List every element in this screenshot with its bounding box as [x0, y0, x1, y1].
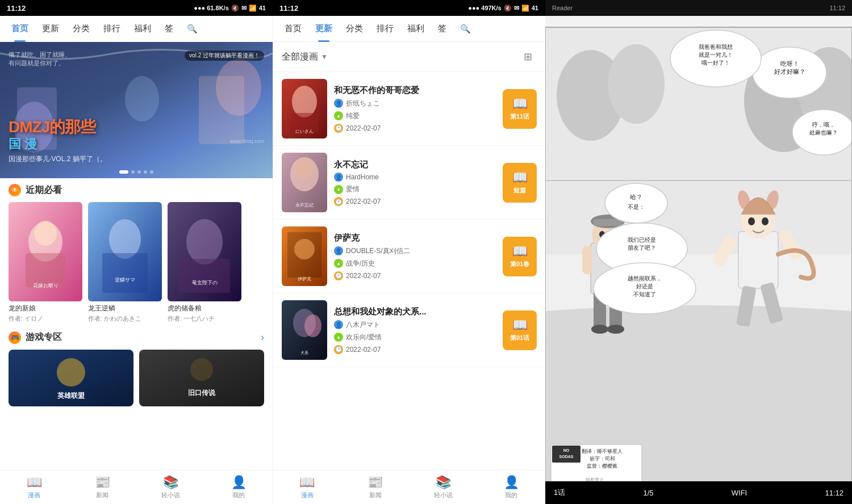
left-tab-category[interactable]: 分类	[66, 16, 97, 42]
author-icon-2: 👤	[334, 173, 343, 182]
manga-card-3-author: 作者: 一七八ハチ	[168, 314, 241, 323]
svg-point-35	[294, 239, 315, 259]
middle-nav-news[interactable]: 📰 新闻	[341, 475, 410, 499]
filter-bar: 全部漫画 ▼ ⊞	[273, 42, 545, 72]
svg-rect-60	[738, 232, 778, 288]
svg-point-64	[748, 217, 755, 225]
banner-watermark: www.dmzj.com	[230, 138, 264, 144]
manga-list-item-3[interactable]: 伊萨克 伊萨克 👤 DOUBLE-S/真刈信二 ♦ 战争/历史 🕐 2022-0…	[273, 220, 545, 293]
manga-meta-genre-1: ♦ 纯爱	[334, 111, 496, 121]
manga-info-2: 永不忘记 👤 HardHome ♦ 爱情 🕐 2022-02-07	[334, 159, 496, 207]
manga-card-1-title: 龙的新娘	[9, 304, 82, 313]
banner[interactable]: DMZJ的那些 国 漫 饿了就吃、困了就睡、 有问题就是你对了。 vol.2 过…	[0, 42, 273, 178]
left-nav-manga-icon: 📖	[27, 475, 42, 490]
svg-text:嵌字：司和: 嵌字：司和	[590, 456, 615, 461]
manga-info-1: 和无恶不作的哥哥恋爱 👤 折纸ちょこ ♦ 纯爱 🕐 2022-02-07	[334, 85, 496, 133]
manga-list-item-1[interactable]: にいさん 和无恶不作的哥哥恋爱 👤 折纸ちょこ ♦ 纯爱 🕐 2022-02-0…	[273, 72, 545, 146]
manga-info-3: 伊萨克 👤 DOUBLE-S/真刈信二 ♦ 战争/历史 🕐 2022-02-07	[334, 232, 496, 280]
manga-author-1: 折纸ちょこ	[346, 99, 380, 108]
game-card-dark[interactable]: 旧口传说	[139, 350, 264, 406]
svg-text:处麻也嘛？: 处麻也嘛？	[809, 129, 838, 136]
manga-card-2-author: 作者: かわのあきこ	[88, 314, 162, 323]
manga-list-item-2[interactable]: 永不忘记 永不忘记 👤 HardHome ♦ 爱情 🕐 2022-02-07	[273, 146, 545, 220]
manga-card-3[interactable]: 竜玄陛下の 虎的储备粮 作者: 一七八ハチ	[168, 202, 241, 323]
svg-rect-17	[179, 259, 230, 293]
time-middle: 11:12	[279, 4, 298, 12]
left-panel: 首页 更新 分类 排行 福利 签 🔍	[0, 16, 273, 504]
banner-dot-2	[131, 170, 135, 174]
reader-content[interactable]: 吃呀！ 好才好嘛？ 我爸爸和我想 就是一对儿！ 哦一好了！ 哼，哦， 处麻也嘛？…	[545, 16, 852, 504]
svg-text:监督：樱樱酱: 监督：樱樱酱	[587, 463, 617, 469]
svg-text:越然闹联系，: 越然闹联系，	[628, 275, 662, 282]
manga-card-1-img: 花嫁お断り	[9, 202, 82, 301]
left-tab-welfare[interactable]: 福利	[127, 16, 158, 42]
middle-tab-welfare[interactable]: 福利	[400, 16, 431, 42]
manga-card-2[interactable]: 逆鱗サマ 龙王逆鳞 作者: かわのあきこ	[88, 202, 162, 323]
middle-tab-search[interactable]: 🔍	[453, 16, 478, 42]
middle-nav-mine[interactable]: 👤 我的	[477, 475, 545, 499]
left-tab-update[interactable]: 更新	[35, 16, 66, 42]
badge-text-3: 第01卷	[510, 260, 529, 268]
left-nav-tabs: 首页 更新 分类 排行 福利 签 🔍	[0, 16, 273, 42]
manga-card-3-title: 虎的储备粮	[168, 304, 241, 313]
middle-tab-sign[interactable]: 签	[431, 16, 453, 42]
svg-text:英雄联盟: 英雄联盟	[57, 392, 85, 400]
manga-genre-3: 战争/历史	[346, 259, 375, 268]
middle-tab-category[interactable]: 分类	[339, 16, 370, 42]
reader-bottom-bar: 1话 1/5 WIFI 11:12	[545, 481, 852, 504]
svg-text:竜玄陛下の: 竜玄陛下の	[192, 280, 218, 285]
manga-badge-1: 📖 第11话	[503, 89, 537, 129]
filter-dropdown[interactable]: 全部漫画 ▼	[282, 51, 328, 63]
manga-meta-author-1: 👤 折纸ちょこ	[334, 99, 496, 108]
manga-cover-3: 竜玄陛下の	[168, 202, 241, 301]
status-icons-middle: ●●● 497K/s 🔇 ✉ 📶 41	[468, 5, 538, 12]
svg-rect-13	[102, 253, 148, 293]
recent-section-header: 👁 近期必看	[0, 178, 273, 202]
status-bar-middle: 11:12 ●●● 497K/s 🔇 ✉ 📶 41	[273, 0, 545, 16]
svg-text:翻译：睡不够星人: 翻译：睡不够星人	[582, 448, 623, 454]
manga-thumb-svg-1: にいさん	[282, 79, 327, 138]
svg-point-12	[109, 219, 141, 259]
svg-text:哼，哦，: 哼，哦，	[812, 121, 835, 128]
manga-badge-3: 📖 第01卷	[503, 237, 537, 276]
manga-card-3-img: 竜玄陛下の	[168, 202, 241, 301]
banner-dot-3	[137, 170, 141, 174]
manga-card-1[interactable]: 花嫁お断り 龙的新娘 作者: イロノ	[9, 202, 82, 323]
svg-text:不知道了: 不知道了	[633, 291, 656, 297]
game-card-lol[interactable]: 英雄联盟	[9, 350, 133, 406]
svg-text:哈？: 哈？	[630, 194, 642, 200]
svg-point-59	[607, 325, 624, 334]
left-tab-sign[interactable]: 签	[158, 16, 180, 42]
svg-text:我们已经是: 我们已经是	[628, 237, 656, 243]
left-tab-home[interactable]: 首页	[5, 16, 35, 42]
svg-text:にいさん: にいさん	[295, 129, 314, 134]
left-nav-news[interactable]: 📰 新闻	[68, 475, 136, 499]
svg-text:逆鱗サマ: 逆鱗サマ	[115, 277, 135, 283]
filter-grid-icon[interactable]: ⊞	[519, 48, 537, 66]
left-tab-search[interactable]: 🔍	[180, 16, 204, 42]
manga-cover-1: 花嫁お断り	[9, 202, 82, 301]
svg-rect-4	[199, 76, 244, 144]
svg-text:好还是: 好还是	[636, 283, 653, 289]
manga-thumb-svg-3: 伊萨克	[282, 226, 327, 286]
recent-icon: 👁	[9, 184, 21, 196]
svg-text:好才好嘛？: 好才好嘛？	[774, 68, 805, 75]
genre-icon-1: ♦	[334, 111, 343, 120]
manga-genre-4: 欢乐向/爱情	[346, 333, 382, 342]
middle-nav-novel[interactable]: 📚 轻小说	[410, 475, 478, 499]
left-nav-novel[interactable]: 📚 轻小说	[136, 475, 204, 499]
left-tab-rank[interactable]: 排行	[97, 16, 127, 42]
middle-tab-update[interactable]: 更新	[308, 16, 339, 42]
middle-tab-rank[interactable]: 排行	[370, 16, 400, 42]
left-nav-mine-icon: 👤	[231, 475, 247, 490]
svg-text:SODAS: SODAS	[559, 455, 574, 459]
game-more-icon[interactable]: ›	[261, 331, 264, 343]
left-nav-mine[interactable]: 👤 我的	[204, 475, 273, 499]
middle-nav-manga[interactable]: 📖 漫画	[273, 475, 341, 499]
middle-tab-home[interactable]: 首页	[278, 16, 308, 42]
manga-list-item-4[interactable]: 犬系 总想和我处对象的犬系... 👤 八木戸マト ♦ 欢乐向/爱情 🕐 2022…	[273, 293, 545, 367]
badge-book-icon-4: 📖	[512, 318, 528, 333]
manga-card-2-img: 逆鱗サマ	[88, 202, 162, 301]
left-nav-novel-label: 轻小说	[161, 491, 180, 499]
left-nav-manga[interactable]: 📖 漫画	[0, 475, 68, 499]
